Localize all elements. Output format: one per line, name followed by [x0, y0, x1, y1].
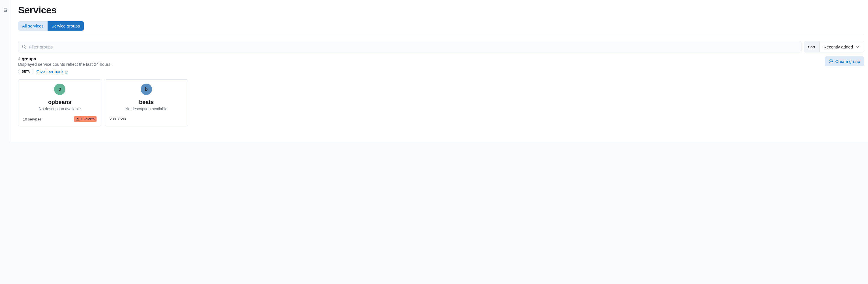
services-count: 5 services	[110, 116, 126, 120]
sort-select[interactable]: Recently added	[819, 41, 864, 52]
svg-point-2	[78, 120, 78, 120]
feedback-link-label: Give feedback	[36, 69, 63, 74]
group-name: opbeans	[48, 99, 71, 106]
tab-label: All services	[22, 24, 43, 28]
groups-note: Displayed service counts reflect the las…	[18, 62, 112, 66]
services-count: 10 services	[23, 117, 42, 121]
divider	[18, 36, 864, 36]
meta-row: 2 groups Displayed service counts reflec…	[18, 56, 864, 66]
filter-input[interactable]	[29, 45, 798, 49]
tab-all-services[interactable]: All services	[18, 21, 48, 31]
toolbar: Sort Recently added	[18, 41, 864, 52]
avatar: b	[141, 84, 152, 95]
tabs: All services Service groups	[18, 21, 84, 31]
card-footer: 5 services	[110, 116, 183, 120]
sort-group: Sort Recently added	[804, 41, 864, 52]
page-title: Services	[18, 4, 864, 16]
sort-selected: Recently added	[824, 45, 853, 49]
main-content: Services All services Service groups	[11, 0, 868, 142]
give-feedback-link[interactable]: Give feedback	[36, 69, 68, 74]
create-group-label: Create group	[835, 59, 860, 64]
chevron-down-icon	[856, 45, 860, 49]
card-top: oopbeansNo description available	[23, 84, 97, 116]
group-card[interactable]: bbeatsNo description available5 services	[105, 79, 188, 126]
card-top: bbeatsNo description available	[110, 84, 183, 116]
search-icon	[22, 45, 26, 49]
create-group-button[interactable]: Create group	[825, 56, 864, 66]
external-link-icon	[65, 70, 68, 74]
warning-icon	[76, 117, 80, 121]
feedback-row: BETA Give feedback	[18, 69, 864, 74]
groups-count: 2 groups	[18, 56, 112, 61]
group-description: No description available	[39, 107, 81, 111]
svg-point-0	[22, 45, 25, 48]
expand-sidebar-icon[interactable]	[4, 8, 8, 12]
group-description: No description available	[125, 107, 167, 111]
beta-badge: BETA	[18, 69, 33, 74]
sort-label: Sort	[804, 41, 819, 52]
avatar: o	[54, 84, 65, 95]
card-footer: 10 services13 alerts	[23, 116, 97, 122]
tab-label: Service groups	[52, 24, 80, 28]
sidebar-collapsed	[0, 0, 11, 142]
tab-service-groups[interactable]: Service groups	[48, 21, 84, 31]
group-card[interactable]: oopbeansNo description available10 servi…	[18, 79, 101, 126]
plus-circle-icon	[829, 59, 833, 63]
filter-wrap	[18, 41, 802, 52]
cards-container: oopbeansNo description available10 servi…	[18, 79, 864, 126]
group-name: beats	[139, 99, 154, 106]
alert-badge[interactable]: 13 alerts	[74, 116, 97, 122]
alert-count-label: 13 alerts	[81, 117, 95, 121]
